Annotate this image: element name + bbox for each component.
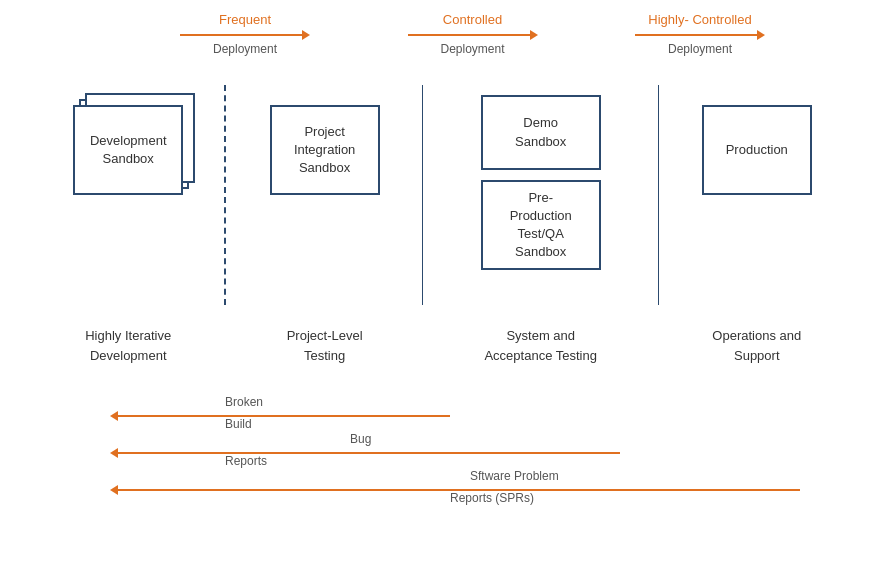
broken-top-label: Broken bbox=[225, 395, 263, 409]
arrow-highly-controlled: Highly- Controlled Deployment bbox=[635, 12, 765, 56]
preprod-sandbox-box: Pre-ProductionTest/QASandbox bbox=[481, 180, 601, 270]
col-sys-label: System andAcceptance Testing bbox=[484, 326, 597, 365]
diagram: Frequent Deployment Controlled Deploymen… bbox=[0, 0, 885, 561]
bug-arrow-line bbox=[110, 448, 620, 458]
demo-sandbox-box: DemoSandbox bbox=[481, 95, 601, 170]
dev-sandbox-box: DevelopmentSandbox bbox=[73, 105, 183, 195]
broken-sub-label: Build bbox=[225, 417, 252, 431]
back-arrow-broken: Broken Build bbox=[30, 395, 855, 433]
arrow-highly-controlled-label: Highly- Controlled bbox=[648, 12, 751, 27]
col-proj: ProjectIntegrationSandbox Project-LevelT… bbox=[226, 85, 422, 375]
col-proj-label: Project-LevelTesting bbox=[287, 326, 363, 365]
col-dev-label: Highly IterativeDevelopment bbox=[85, 326, 171, 365]
spr-top-label: Sftware Problem bbox=[470, 469, 559, 483]
arrow-controlled-sublabel: Deployment bbox=[440, 42, 504, 56]
back-arrow-bug: Bug Reports bbox=[30, 432, 855, 470]
proj-sandbox-box: ProjectIntegrationSandbox bbox=[270, 105, 380, 195]
arrow-frequent-label: Frequent bbox=[219, 12, 271, 27]
arrow-frequent: Frequent Deployment bbox=[180, 12, 310, 56]
sys-boxes: DemoSandbox Pre-ProductionTest/QASandbox bbox=[481, 95, 601, 270]
col-sys: DemoSandbox Pre-ProductionTest/QASandbox… bbox=[423, 85, 659, 375]
arrow-highly-controlled-sublabel: Deployment bbox=[668, 42, 732, 56]
production-box: Production bbox=[702, 105, 812, 195]
arrow-controlled-label: Controlled bbox=[443, 12, 502, 27]
bug-top-label: Bug bbox=[350, 432, 371, 446]
col-prod-label: Operations andSupport bbox=[712, 326, 801, 365]
spr-sub-label: Reports (SPRs) bbox=[450, 491, 534, 505]
broken-arrow-line bbox=[110, 411, 450, 421]
bug-sub-label: Reports bbox=[225, 454, 267, 468]
col-prod: Production Operations andSupport bbox=[659, 85, 855, 375]
arrow-frequent-sublabel: Deployment bbox=[213, 42, 277, 56]
col-dev: DevelopmentSandbox Highly IterativeDevel… bbox=[30, 85, 226, 375]
arrow-controlled: Controlled Deployment bbox=[408, 12, 538, 56]
back-arrow-spr: Sftware Problem Reports (SPRs) bbox=[30, 469, 855, 507]
